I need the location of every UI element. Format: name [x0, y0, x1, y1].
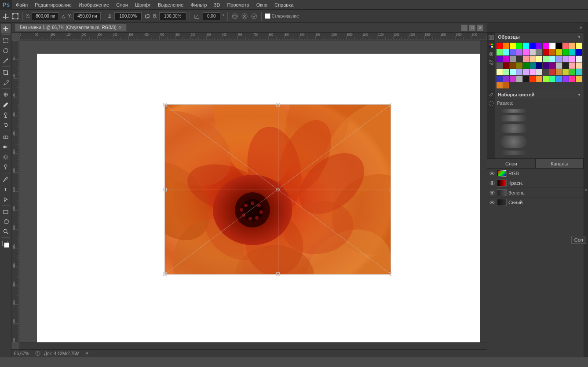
menu-filter[interactable]: Фильтр — [187, 1, 210, 8]
zoom-tool-btn[interactable] — [1, 227, 11, 236]
channel-row-rgb[interactable]: RGB — [487, 169, 584, 178]
menu-edit[interactable]: Редактирование — [31, 1, 75, 8]
swatch[interactable] — [516, 69, 522, 75]
eyedropper-btn[interactable] — [1, 78, 11, 88]
pen-tool-btn[interactable] — [1, 174, 11, 184]
swatch[interactable] — [536, 76, 542, 82]
close-button[interactable]: ✕ — [477, 25, 483, 31]
swatch[interactable] — [543, 56, 549, 62]
swatch[interactable] — [503, 49, 509, 55]
channel-visibility-rgb[interactable] — [489, 170, 495, 176]
blur-btn[interactable] — [1, 152, 11, 162]
menu-image[interactable]: Изображение — [75, 1, 113, 8]
menu-3d[interactable]: 3D — [210, 1, 223, 8]
swatch[interactable] — [549, 43, 555, 49]
status-icon[interactable] — [35, 351, 40, 357]
swatch[interactable] — [556, 76, 562, 82]
swatch[interactable] — [576, 76, 582, 82]
text-tool-btn[interactable]: T — [1, 184, 11, 194]
swatch[interactable] — [543, 49, 549, 55]
angle-input[interactable] — [203, 12, 220, 20]
expand-sidebar-btn[interactable]: « — [584, 23, 588, 357]
eraser-btn[interactable] — [1, 132, 11, 142]
swatch[interactable] — [510, 49, 516, 55]
dodge-btn[interactable] — [1, 162, 11, 172]
color-picker[interactable] — [1, 239, 11, 249]
swatch[interactable] — [576, 56, 582, 62]
move-tool-btn[interactable] — [1, 24, 11, 33]
channel-visibility-blue[interactable] — [489, 199, 495, 206]
handle-top-left[interactable] — [163, 103, 167, 106]
swatch[interactable] — [523, 69, 529, 75]
brush-tool-btn[interactable] — [1, 100, 11, 110]
swatch[interactable] — [556, 69, 562, 75]
swatch[interactable] — [543, 76, 549, 82]
swatch[interactable] — [543, 69, 549, 75]
menu-font[interactable]: Шрифт — [131, 1, 154, 8]
horizontal-scrollbar[interactable] — [19, 342, 487, 349]
maximize-button[interactable]: □ — [469, 25, 475, 31]
swatches-icon[interactable] — [487, 42, 495, 50]
transform-icon[interactable] — [11, 12, 19, 20]
swatch[interactable] — [556, 62, 562, 69]
swatch[interactable] — [543, 43, 549, 49]
swatch[interactable] — [549, 69, 555, 75]
confirm-transform-icon[interactable] — [250, 12, 258, 20]
gradient-btn[interactable] — [1, 142, 11, 152]
swatch[interactable] — [510, 56, 516, 62]
swatch[interactable] — [549, 49, 555, 55]
swatch[interactable] — [536, 69, 542, 75]
handle-bottom-center[interactable] — [276, 272, 280, 276]
channel-row-blue[interactable]: Синий — [487, 198, 584, 207]
layers-tab[interactable]: Слои — [487, 159, 536, 168]
swatch[interactable] — [569, 49, 575, 55]
channel-row-red[interactable]: Красн. — [487, 178, 584, 188]
channel-visibility-green[interactable] — [489, 190, 495, 196]
adjustments-icon[interactable] — [487, 59, 495, 66]
canvas-wrapper[interactable] — [11, 33, 487, 349]
smoothing-label[interactable]: Сглаживание — [265, 13, 299, 19]
channels-tab[interactable]: Каналы — [536, 159, 584, 168]
swatch[interactable] — [562, 49, 569, 55]
x-input[interactable] — [32, 12, 59, 20]
swatch[interactable] — [503, 56, 509, 62]
channel-row-green[interactable]: Зелень — [487, 188, 584, 198]
swatch[interactable] — [562, 56, 569, 62]
swatch[interactable] — [503, 43, 509, 49]
swatch[interactable] — [576, 69, 582, 75]
handle-bottom-left[interactable] — [163, 272, 167, 276]
swatch[interactable] — [530, 62, 536, 69]
swatch[interactable] — [536, 43, 542, 49]
swatch[interactable] — [569, 76, 575, 82]
swatch[interactable] — [576, 62, 582, 69]
marquee-tool-btn[interactable] — [1, 36, 11, 45]
transform-center-point[interactable] — [276, 188, 280, 191]
swatch[interactable] — [510, 76, 516, 82]
y-input[interactable] — [73, 12, 101, 20]
lasso-tool-btn[interactable] — [1, 46, 11, 55]
swatch[interactable] — [497, 43, 503, 49]
crop-tool-btn[interactable] — [1, 68, 11, 77]
brushsets-header[interactable]: Наборы кистей ▼ — [495, 90, 584, 99]
swatch[interactable] — [523, 56, 529, 62]
swatch[interactable] — [536, 56, 542, 62]
link-icon[interactable] — [143, 12, 151, 20]
shape-tool-btn[interactable] — [1, 206, 11, 216]
handle-top-right[interactable] — [389, 103, 392, 106]
styles-icon[interactable] — [487, 50, 495, 58]
smoothing-checkbox[interactable] — [265, 13, 270, 19]
w-input[interactable] — [114, 12, 142, 20]
h-input[interactable] — [159, 12, 186, 20]
swatch[interactable] — [576, 49, 582, 55]
swatch[interactable] — [562, 62, 569, 69]
swatch[interactable] — [569, 56, 575, 62]
vertical-scrollbar[interactable] — [480, 40, 487, 342]
swatch[interactable] — [516, 56, 522, 62]
handle-top-center[interactable] — [276, 103, 280, 106]
swatch[interactable] — [576, 43, 582, 49]
swatch[interactable] — [503, 62, 509, 69]
handle-bottom-right[interactable] — [389, 272, 392, 276]
swatch[interactable] — [516, 49, 522, 55]
swatch[interactable] — [549, 62, 555, 69]
swatch[interactable] — [549, 56, 555, 62]
